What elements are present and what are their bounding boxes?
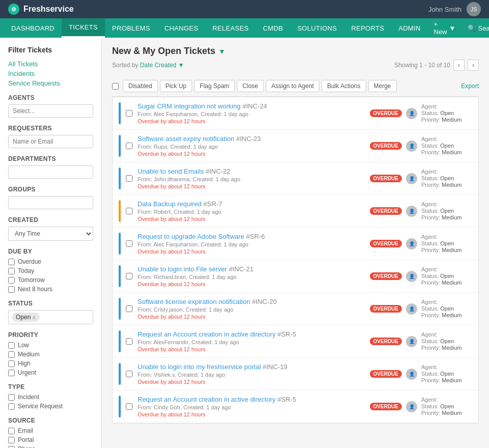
due-next8[interactable]: Next 8 hours	[8, 286, 93, 293]
ticket-row[interactable]: Sugar CRM integration not working #INC-2…	[113, 97, 478, 130]
ticket-info: Software license expiration notification…	[138, 298, 370, 320]
priority-medium[interactable]: Medium	[8, 351, 93, 358]
ticket-overdue: Overdue by about 12 hours	[138, 281, 370, 287]
ticket-row[interactable]: Unable to login into my freshservice por…	[113, 358, 478, 390]
ticket-info: Request an Account creation in active di…	[138, 396, 370, 417]
ticket-checkbox-wrap	[126, 363, 132, 385]
ticket-checkbox[interactable]	[126, 208, 132, 214]
nav-changes[interactable]: CHANGES	[157, 18, 205, 38]
ticket-row[interactable]: Request an Account creation in active di…	[113, 325, 478, 358]
ticket-row[interactable]: Unable to login into File server #INC-21…	[113, 260, 478, 293]
prev-page-button[interactable]: ‹	[453, 60, 465, 71]
ticket-info: Software asset expiry notification #INC-…	[138, 135, 370, 157]
ticket-meta: From: AlexFernando, Created: 1 day ago	[138, 339, 370, 345]
agents-input[interactable]	[8, 104, 93, 118]
ticket-title[interactable]: Unable to login into File server #INC-21	[138, 265, 254, 273]
overdue-badge: OVERDUE	[370, 240, 402, 247]
due-overdue[interactable]: Overdue	[8, 258, 93, 265]
sidebar-all-tickets[interactable]: All Tickets	[8, 60, 93, 68]
ticket-title[interactable]: Sugar CRM integration not working #INC-2…	[138, 102, 267, 110]
ticket-title[interactable]: Request to upgrade Adobe Software #SR-6	[138, 233, 265, 240]
ticket-meta: From: Alec Farquharson, Created: 1 day a…	[138, 241, 370, 247]
nav-solutions[interactable]: SOLUTIONS	[290, 18, 344, 38]
ticket-indicator	[119, 363, 121, 385]
priority-low[interactable]: Low	[8, 342, 93, 349]
ticket-title[interactable]: Unable to send Emails #INC-22	[138, 167, 230, 175]
pickup-button[interactable]: Pick Up	[160, 80, 192, 92]
page-title: New & My Open Tickets ▼	[112, 46, 226, 57]
type-service-request[interactable]: Service Request	[8, 403, 93, 410]
merge-button[interactable]: Merge	[368, 80, 397, 92]
ticket-agent-info: Agent: Status: Open Priority: Medium	[421, 201, 472, 221]
priority-options: Low Medium High Urgent	[8, 342, 93, 376]
type-incident[interactable]: Incident	[8, 394, 93, 401]
priority-urgent[interactable]: Urgent	[8, 369, 93, 376]
select-all-checkbox[interactable]	[112, 83, 119, 90]
ticket-checkbox[interactable]	[126, 273, 132, 279]
ticket-checkbox[interactable]	[126, 175, 132, 182]
ticket-checkbox[interactable]	[126, 338, 132, 345]
ticket-checkbox[interactable]	[126, 305, 132, 312]
ticket-right: OVERDUE 👤 Agent: Status: Open Priority: …	[370, 330, 472, 352]
ticket-title[interactable]: Software license expiration notification…	[138, 298, 277, 305]
sidebar-service-requests[interactable]: Service Requests	[8, 79, 93, 87]
ticket-right: OVERDUE 👤 Agent: Status: Open Priority: …	[370, 102, 472, 124]
export-button[interactable]: Export	[461, 82, 479, 90]
search-icon: 🔍	[468, 24, 476, 32]
next-page-button[interactable]: ›	[468, 60, 479, 71]
new-button[interactable]: + New ▼	[428, 20, 462, 36]
source-portal[interactable]: Portal	[8, 436, 93, 443]
priority-high[interactable]: High	[8, 360, 93, 367]
ticket-title[interactable]: Software asset expiry notification #INC-…	[138, 135, 261, 143]
departments-input[interactable]	[8, 165, 93, 179]
ticket-row[interactable]: Software license expiration notification…	[113, 293, 478, 325]
ticket-row[interactable]: Request to upgrade Adobe Software #SR-6 …	[113, 228, 478, 260]
ticket-title[interactable]: Unable to login into my freshservice por…	[138, 363, 287, 371]
ticket-indicator	[119, 330, 121, 352]
due-tomorrow[interactable]: Tomorrow	[8, 276, 93, 284]
ticket-row[interactable]: Data Backup required #SR-7 From: Robert,…	[113, 195, 478, 228]
source-phone[interactable]: Phone	[8, 445, 93, 448]
flag-spam-button[interactable]: Flag Spam	[194, 80, 235, 92]
ticket-checkbox-wrap	[126, 396, 132, 417]
top-bar-right: John Smith JS	[428, 2, 481, 16]
nav-dashboard[interactable]: DASHBOARD	[4, 18, 62, 38]
ticket-checkbox[interactable]	[126, 403, 132, 410]
nav-admin[interactable]: ADMIN	[391, 18, 427, 38]
ticket-title[interactable]: Data Backup required #SR-7	[138, 200, 222, 208]
nav-cmdb[interactable]: CMDB	[256, 18, 290, 38]
assign-agent-button[interactable]: Assign to Agent	[266, 80, 319, 92]
nav-bar: DASHBOARD TICKETS PROBLEMS CHANGES RELEA…	[0, 18, 489, 38]
status-remove-button[interactable]: x	[33, 314, 36, 320]
title-dropdown-icon[interactable]: ▼	[219, 47, 226, 55]
nav-releases[interactable]: RELEASES	[205, 18, 256, 38]
due-today[interactable]: Today	[8, 267, 93, 274]
ticket-checkbox[interactable]	[126, 143, 132, 149]
sidebar-incidents[interactable]: Incidents	[8, 70, 93, 77]
ticket-checkbox[interactable]	[126, 240, 132, 247]
ticket-indicator	[119, 167, 121, 189]
ticket-row[interactable]: Unable to send Emails #INC-22 From: John…	[113, 162, 478, 195]
disabled-button[interactable]: Disabled	[123, 80, 158, 92]
created-select[interactable]: Any Time Today This Week	[8, 227, 93, 241]
sidebar-created-section: Created Any Time Today This Week	[8, 216, 93, 241]
nav-reports[interactable]: REPORTS	[344, 18, 391, 38]
sort-value[interactable]: Date Created ▼	[140, 62, 184, 69]
ticket-checkbox[interactable]	[126, 371, 132, 377]
close-button[interactable]: Close	[237, 80, 264, 92]
requesters-input[interactable]	[8, 135, 93, 148]
search-button[interactable]: 🔍 Search	[461, 24, 489, 32]
ticket-title[interactable]: Request an Account creation in active di…	[138, 330, 296, 338]
source-email[interactable]: Email	[8, 427, 93, 434]
nav-tickets[interactable]: TICKETS	[62, 18, 105, 38]
groups-input[interactable]	[8, 196, 93, 209]
ticket-row[interactable]: Software asset expiry notification #INC-…	[113, 130, 478, 162]
ticket-title[interactable]: Request an Account creation in active di…	[138, 396, 296, 403]
ticket-row[interactable]: Request an Account creation in active di…	[113, 390, 478, 423]
bulk-actions-button[interactable]: Bulk Actions	[321, 80, 366, 92]
ticket-right: OVERDUE 👤 Agent: Status: Open Priority: …	[370, 167, 472, 189]
ticket-agent-info: Agent: Status: Open Priority: Medium	[421, 299, 472, 319]
nav-problems[interactable]: PROBLEMS	[105, 18, 157, 38]
requesters-label: Requesters	[8, 125, 93, 132]
ticket-checkbox[interactable]	[126, 110, 132, 117]
